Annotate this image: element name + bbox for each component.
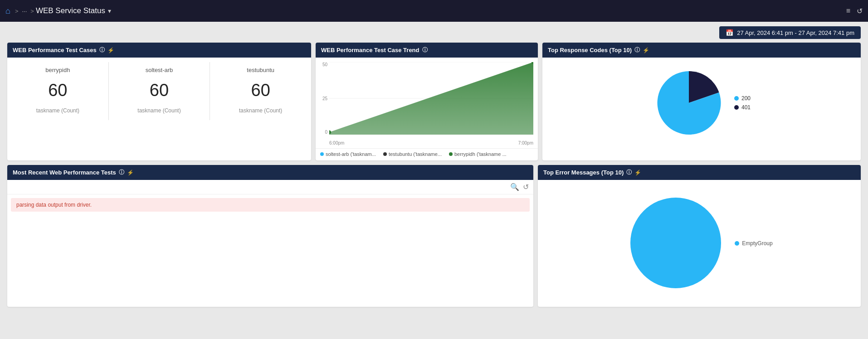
nav-sep-2: > (30, 8, 34, 15)
response-pie-chart (653, 67, 725, 139)
recent-panel: Most Recent Web Performance Tests ⓘ ⚡ 🔍 … (7, 165, 533, 307)
perf-col-name-0: berrypidh (45, 67, 70, 73)
response-legend-item-0: 200 (734, 95, 751, 102)
bottom-row: Most Recent Web Performance Tests ⓘ ⚡ 🔍 … (7, 165, 861, 307)
response-panel-header: Top Response Codes (Top 10) ⓘ ⚡ (542, 43, 861, 58)
recent-error-message: parsing data output from driver. (16, 202, 92, 208)
recent-panel-title: Most Recent Web Performance Tests (13, 169, 116, 176)
legend-dot-1 (383, 152, 387, 156)
trend-body: 50 25 0 (316, 58, 538, 148)
perf-col-name-1: soltest-arb (146, 67, 173, 73)
perf-col-value-2: 60 (251, 81, 270, 100)
perf-col-value-0: 60 (48, 81, 67, 100)
trend-info-icon[interactable]: ⓘ (422, 46, 428, 54)
home-icon[interactable]: ⌂ (5, 6, 10, 16)
recent-toolbar: 🔍 ↺ (7, 180, 533, 194)
perf-col-name-2: testubuntu (247, 67, 274, 73)
top-row: WEB Performance Test Cases ⓘ ⚡ berrypidh… (7, 43, 861, 160)
navbar: ⌂ > ··· > WEB Service Status ▾ ≡ ↺ (0, 0, 868, 22)
error-legend: EmptyGroup (735, 240, 772, 247)
response-legend-box-0 (734, 96, 739, 101)
perf-info-icon[interactable]: ⓘ (99, 46, 105, 54)
response-body: 200 401 (542, 58, 861, 148)
nav-dots[interactable]: ··· (22, 8, 27, 15)
error-info-icon[interactable]: ⓘ (626, 169, 632, 176)
error-legend-label-0: EmptyGroup (742, 240, 772, 247)
main-content: WEB Performance Test Cases ⓘ ⚡ berrypidh… (0, 43, 868, 314)
date-range-label: 27 Apr, 2024 6:41 pm - 27 Apr, 2024 7:41… (737, 29, 854, 36)
perf-col-1: soltest-arb 60 taskname (Count) (109, 62, 210, 120)
perf-table: berrypidh 60 taskname (Count) soltest-ar… (7, 58, 311, 125)
x-label-7pm: 7:00pm (518, 140, 533, 145)
error-panel-title: Top Error Messages (Top 10) (543, 169, 624, 176)
response-legend-label-0: 200 (741, 95, 751, 102)
legend-dot-2 (449, 152, 453, 156)
filter-icon[interactable]: ≡ (846, 7, 850, 15)
trend-x-labels: 6:00pm 7:00pm (329, 140, 533, 145)
trend-panel-header: WEB Performance Test Case Trend ⓘ (316, 43, 538, 58)
error-legend-box-0 (735, 241, 739, 246)
recent-search-button[interactable]: 🔍 (510, 183, 519, 191)
error-lightning-icon[interactable]: ⚡ (634, 170, 641, 176)
response-legend-box-1 (734, 105, 739, 110)
legend-item-0: soltest-arb ('tasknam... (320, 151, 376, 157)
nav-sep-1: > (15, 8, 19, 15)
error-pie-chart (626, 193, 726, 294)
recent-info-icon[interactable]: ⓘ (119, 169, 124, 176)
response-lightning-icon[interactable]: ⚡ (643, 47, 649, 53)
perf-col-label-2: taskname (Count) (239, 107, 282, 114)
perf-col-label-1: taskname (Count) (137, 107, 180, 114)
calendar-icon: 📅 (726, 29, 733, 36)
trend-legend: soltest-arb ('tasknam... testubuntu ('ta… (316, 148, 538, 160)
y-label-25: 25 (322, 96, 327, 101)
perf-panel: WEB Performance Test Cases ⓘ ⚡ berrypidh… (7, 43, 311, 160)
response-legend-item-1: 401 (734, 104, 751, 111)
response-panel: Top Response Codes (Top 10) ⓘ ⚡ (542, 43, 861, 160)
response-legend: 200 401 (734, 95, 751, 111)
legend-label-2: berrypidh ('taskname ... (454, 151, 507, 157)
recent-refresh-button[interactable]: ↺ (523, 183, 529, 191)
perf-col-label-0: taskname (Count) (36, 107, 79, 114)
perf-col-2: testubuntu 60 taskname (Count) (210, 62, 311, 120)
legend-dot-0 (320, 152, 324, 156)
perf-panel-title: WEB Performance Test Cases (13, 47, 97, 53)
perf-col-0: berrypidh 60 taskname (Count) (7, 62, 109, 120)
response-legend-label-1: 401 (741, 104, 751, 111)
perf-panel-header: WEB Performance Test Cases ⓘ ⚡ (7, 43, 311, 58)
date-bar: 📅 27 Apr, 2024 6:41 pm - 27 Apr, 2024 7:… (0, 22, 868, 43)
trend-panel: WEB Performance Test Case Trend ⓘ 50 25 … (316, 43, 538, 160)
legend-label-1: testubuntu ('taskname... (389, 151, 442, 157)
trend-chart-area (329, 62, 533, 135)
recent-panel-header: Most Recent Web Performance Tests ⓘ ⚡ (7, 165, 533, 180)
error-body: EmptyGroup (538, 180, 861, 307)
legend-label-0: soltest-arb ('tasknam... (326, 151, 376, 157)
recent-error-row: parsing data output from driver. (11, 198, 530, 212)
response-info-icon[interactable]: ⓘ (634, 46, 640, 54)
y-label-50: 50 (322, 62, 327, 67)
page-title: WEB Service Status (36, 6, 105, 15)
response-panel-title: Top Response Codes (Top 10) (548, 47, 632, 53)
perf-lightning-icon[interactable]: ⚡ (107, 47, 114, 53)
trend-panel-title: WEB Performance Test Case Trend (321, 47, 419, 53)
legend-item-2: berrypidh ('taskname ... (449, 151, 507, 157)
x-label-6pm: 6:00pm (329, 140, 344, 145)
y-label-0: 0 (325, 130, 327, 135)
date-range-button[interactable]: 📅 27 Apr, 2024 6:41 pm - 27 Apr, 2024 7:… (719, 26, 861, 39)
title-dropdown-icon[interactable]: ▾ (108, 7, 111, 15)
legend-item-1: testubuntu ('taskname... (383, 151, 442, 157)
perf-col-value-1: 60 (150, 81, 169, 100)
recent-lightning-icon[interactable]: ⚡ (127, 170, 134, 176)
svg-point-6 (630, 198, 721, 288)
refresh-icon[interactable]: ↺ (857, 7, 863, 15)
error-panel-header: Top Error Messages (Top 10) ⓘ ⚡ (538, 165, 861, 180)
trend-y-axis: 50 25 0 (316, 62, 329, 135)
error-panel: Top Error Messages (Top 10) ⓘ ⚡ EmptyGro… (538, 165, 861, 307)
navbar-right: ≡ ↺ (846, 7, 863, 15)
